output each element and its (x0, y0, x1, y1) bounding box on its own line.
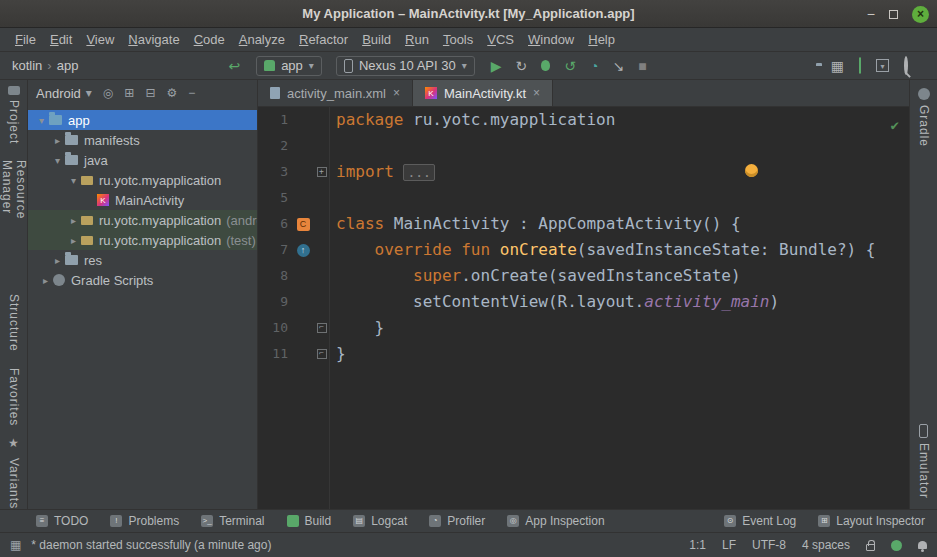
indent-indicator[interactable]: 4 spaces (802, 538, 850, 552)
tool-button-resource-manager[interactable]: Resource Manager (0, 160, 28, 249)
avd-manager-button[interactable] (859, 58, 861, 73)
readonly-lock-icon[interactable] (866, 544, 875, 551)
run-configuration-select[interactable]: app ▾ (256, 56, 322, 76)
apply-code-changes-button[interactable]: ↺ (564, 58, 576, 74)
notifications-bell-icon[interactable] (918, 541, 927, 549)
tool-button-project[interactable]: Project (7, 100, 21, 144)
fold-end-icon[interactable]: ⌐ (317, 323, 327, 333)
breadcrumb-project[interactable]: kotlin (12, 58, 42, 73)
tab-activity-main-xml[interactable]: activity_main.xml × (258, 80, 413, 106)
inspections-ok-icon[interactable]: ✔ (891, 112, 899, 138)
code-line[interactable]: 6 C class MainActivity : AppCompatActivi… (258, 211, 909, 237)
status-message[interactable]: * daemon started successfully (a minute … (31, 538, 271, 552)
layout-validation-button[interactable]: ▦ (831, 58, 844, 74)
code-line[interactable]: 10 ⌐ } (258, 315, 909, 341)
tool-button-profiler[interactable]: ◔ Profiler (429, 514, 485, 528)
menu-window[interactable]: Window (521, 30, 581, 49)
chevron-right-icon[interactable]: ▸ (50, 135, 65, 146)
menu-build[interactable]: Build (355, 30, 398, 49)
gradle-elephant-icon[interactable] (918, 88, 930, 100)
chevron-down-icon[interactable]: ▾ (50, 155, 65, 166)
tool-button-layout-inspector[interactable]: ⊞ Layout Inspector (818, 514, 925, 528)
tool-button-variants[interactable]: Variants (7, 458, 21, 509)
override-gutter-icon[interactable]: ↑ (297, 244, 310, 257)
tree-item-manifests[interactable]: ▸ manifests (28, 130, 257, 150)
project-tool-icon[interactable] (8, 86, 20, 95)
tool-button-logcat[interactable]: ▤ Logcat (353, 514, 407, 528)
menu-view[interactable]: View (79, 30, 121, 49)
breadcrumb-module[interactable]: app (57, 58, 79, 73)
tool-button-terminal[interactable]: >_ Terminal (201, 514, 264, 528)
code-line[interactable]: 9 setContentView(R.layout.activity_main) (258, 289, 909, 315)
debug-button[interactable] (541, 60, 550, 71)
code-editor[interactable]: 1 package ru.yotc.myapplication 2 3 + im… (258, 107, 909, 509)
stop-button[interactable]: ■ (638, 58, 646, 74)
chevron-right-icon[interactable]: ▸ (38, 275, 53, 286)
tool-button-event-log[interactable]: ⊙ Event Log (724, 514, 796, 528)
emulator-phone-icon[interactable] (919, 424, 928, 438)
menu-code[interactable]: Code (187, 30, 232, 49)
close-tab-icon[interactable]: × (533, 86, 540, 100)
tool-button-problems[interactable]: ! Problems (110, 514, 179, 528)
line-ending-indicator[interactable]: LF (722, 538, 736, 552)
code-line[interactable]: 8 super.onCreate(savedInstanceState) (258, 263, 909, 289)
tree-item-mainactivity[interactable]: K MainActivity (28, 190, 257, 210)
locate-file-icon[interactable]: ◎ (103, 86, 113, 100)
tool-button-todo[interactable]: ≡ TODO (36, 514, 88, 528)
tree-item-package-androidtest[interactable]: ▸ ru.yotc.myapplication (androidTest) (28, 210, 257, 230)
project-view-select[interactable]: Android ▾ (36, 86, 92, 101)
profiler-button[interactable]: ◔ (590, 58, 598, 74)
menu-tools[interactable]: Tools (436, 30, 480, 49)
tree-item-java[interactable]: ▾ java (28, 150, 257, 170)
chevron-right-icon[interactable]: ▸ (50, 255, 65, 266)
code-line[interactable]: 5 (258, 185, 909, 211)
search-everywhere-button[interactable] (904, 58, 908, 73)
menu-navigate[interactable]: Navigate (121, 30, 186, 49)
tool-button-app-inspection[interactable]: ◎ App Inspection (507, 514, 604, 528)
maximize-button[interactable] (889, 10, 898, 19)
code-line[interactable]: 7 ↑ override fun onCreate(savedInstanceS… (258, 237, 909, 263)
encoding-indicator[interactable]: UTF-8 (752, 538, 786, 552)
chevron-down-icon[interactable]: ▾ (34, 115, 49, 126)
menu-analyze[interactable]: Analyze (232, 30, 292, 49)
tab-mainactivity-kt[interactable]: K MainActivity.kt × (413, 80, 553, 106)
code-line[interactable]: 2 (258, 133, 909, 159)
class-gutter-icon[interactable]: C (297, 218, 310, 231)
hide-panel-icon[interactable]: − (188, 86, 195, 100)
caret-position[interactable]: 1:1 (689, 538, 706, 552)
chevron-right-icon[interactable]: ▸ (66, 235, 81, 246)
tree-item-package[interactable]: ▾ ru.yotc.myapplication (28, 170, 257, 190)
menu-file[interactable]: File (8, 30, 43, 49)
tree-item-app[interactable]: ▾ app (28, 110, 257, 130)
tool-button-gradle[interactable]: Gradle (917, 105, 931, 147)
code-line[interactable]: 3 + import ... (258, 159, 909, 185)
fold-end-icon[interactable]: ⌐ (317, 349, 327, 359)
menu-vcs[interactable]: VCS (480, 30, 521, 49)
highlight-level-icon[interactable] (891, 540, 902, 551)
chevron-right-icon[interactable]: ▸ (66, 215, 81, 226)
tool-window-switcher-icon[interactable]: ▦ (10, 538, 21, 552)
run-button[interactable]: ▶ (491, 58, 502, 74)
menu-run[interactable]: Run (398, 30, 436, 49)
device-select[interactable]: Nexus 10 API 30 ▾ (336, 56, 475, 76)
close-tab-icon[interactable]: × (393, 86, 400, 100)
menu-edit[interactable]: Edit (43, 30, 79, 49)
sdk-manager-button[interactable]: ▾ (876, 59, 889, 72)
tool-button-favorites[interactable]: Favorites (7, 368, 21, 426)
collapse-all-icon[interactable]: ⊟ (145, 86, 155, 100)
tree-item-package-test[interactable]: ▸ ru.yotc.myapplication (test) (28, 230, 257, 250)
attach-debugger-button[interactable]: ↘ (612, 58, 624, 74)
back-arrow-icon[interactable]: ↩ (228, 58, 240, 74)
settings-gear-icon[interactable]: ⚙ (166, 86, 177, 100)
folded-region[interactable]: ... (403, 164, 434, 181)
tool-button-build[interactable]: Build (287, 514, 332, 528)
intention-bulb-icon[interactable] (745, 164, 758, 177)
star-icon[interactable]: ★ (8, 436, 19, 450)
tree-item-gradle-scripts[interactable]: ▸ Gradle Scripts (28, 270, 257, 290)
tool-button-emulator[interactable]: Emulator (917, 443, 931, 499)
minimize-button[interactable]: − (867, 7, 875, 21)
menu-help[interactable]: Help (581, 30, 622, 49)
tool-button-structure[interactable]: Structure (7, 294, 21, 352)
fold-expand-icon[interactable]: + (317, 167, 327, 177)
expand-all-icon[interactable]: ⊞ (124, 86, 134, 100)
